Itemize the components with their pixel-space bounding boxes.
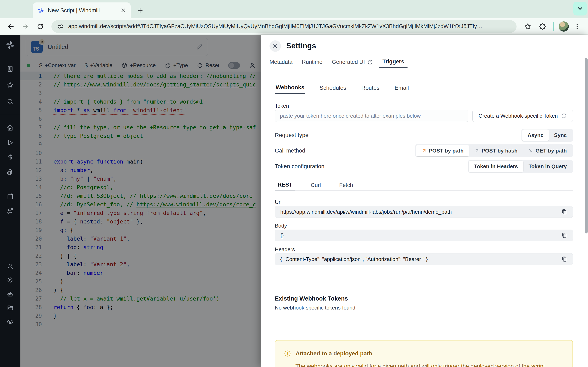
bookmark-star-icon[interactable] — [521, 20, 534, 33]
url-label: Url — [275, 199, 282, 205]
arrow-up-right-icon — [421, 148, 427, 153]
url-text[interactable]: app.windmill.dev/scripts/add#JTdCJTIyaGF… — [68, 23, 483, 30]
body-label: Body — [275, 223, 287, 229]
tab-generated-ui-label: Generated UI — [332, 59, 365, 65]
forward-icon[interactable] — [19, 20, 32, 33]
arrow-down-right-icon — [528, 148, 534, 153]
tab-rest[interactable]: REST — [275, 180, 295, 191]
call-method-post-by-path-label: POST by path — [429, 148, 463, 154]
request-type-sync[interactable]: Sync — [549, 129, 572, 141]
call-method-post-by-path[interactable]: POST by path — [416, 145, 469, 156]
subtab-schedules[interactable]: Schedules — [319, 82, 347, 94]
resources-boxes-icon[interactable] — [7, 168, 14, 175]
search-icon[interactable] — [7, 98, 14, 105]
copy-icon[interactable] — [561, 256, 567, 262]
subtab-webhooks[interactable]: Webhooks — [275, 82, 305, 94]
new-tab-button[interactable] — [135, 5, 145, 16]
address-bar[interactable]: app.windmill.dev/scripts/add#JTdCJTIyaGF… — [52, 20, 517, 33]
runs-play-icon[interactable] — [7, 139, 14, 146]
token-config-row: Token configuration Token in Headers Tok… — [275, 160, 573, 173]
app-frame: TS Untitled $ +Context Var $ — [0, 35, 588, 367]
workspace-building-icon[interactable] — [7, 66, 14, 72]
arrow-up-right-icon — [474, 148, 480, 153]
tab-close-icon[interactable] — [120, 7, 126, 13]
tab-generated-ui[interactable]: Generated UI — [329, 56, 376, 68]
reload-icon[interactable] — [34, 20, 47, 33]
browser-tab-strip: New Script | Windmill — [0, 0, 588, 18]
token-input[interactable] — [275, 110, 468, 122]
copy-icon[interactable] — [561, 209, 567, 215]
subtab-routes[interactable]: Routes — [361, 82, 380, 94]
audit-eye-icon[interactable] — [7, 318, 14, 325]
settings-gear-icon[interactable] — [7, 277, 14, 284]
trigger-sub-tabs: Webhooks Schedules Routes Email — [275, 82, 573, 94]
script-editor: TS Untitled $ +Context Var $ — [20, 35, 261, 367]
body-field[interactable]: {} — [275, 230, 573, 242]
tab-runtime-label: Runtime — [302, 59, 323, 65]
example-tabs: REST Curl Fetch — [275, 180, 573, 191]
sidebar-divider — [0, 114, 20, 114]
url-value: https://app.windmill.dev/api/w/windmill-… — [280, 209, 561, 215]
extensions-puzzle-icon[interactable] — [536, 20, 549, 33]
call-method-label: Call method — [275, 147, 305, 154]
routes-icon[interactable] — [7, 207, 14, 214]
headers-field[interactable]: { "Content-Type": "application/json", "A… — [275, 253, 573, 265]
user-icon[interactable] — [7, 263, 14, 270]
ai-bot-icon[interactable] — [7, 291, 14, 298]
tab-triggers-label: Triggers — [382, 58, 404, 65]
tune-icon[interactable] — [57, 23, 64, 30]
copy-icon[interactable] — [561, 233, 567, 239]
call-method-toggle: POST by path POST by hash GET by path — [415, 144, 573, 157]
tab-metadata-label: Metadata — [269, 59, 293, 65]
settings-tabs: Metadata Runtime Generated UI Triggers — [261, 56, 588, 68]
token-in-query[interactable]: Token in Query — [523, 161, 572, 172]
request-type-async[interactable]: Async — [522, 129, 549, 141]
info-icon — [561, 113, 567, 119]
close-icon[interactable] — [269, 40, 281, 52]
folders-icon[interactable] — [7, 304, 14, 311]
toolbar-divider — [553, 22, 554, 31]
browser-tab[interactable]: New Script | Windmill — [33, 2, 131, 18]
call-method-get-by-path-label: GET by path — [536, 148, 567, 154]
windmill-logo[interactable] — [6, 40, 15, 50]
tab-list-chevron-button[interactable] — [573, 2, 587, 16]
call-method-post-by-hash[interactable]: POST by hash — [469, 145, 523, 156]
tab-triggers[interactable]: Triggers — [379, 56, 407, 68]
token-in-headers[interactable]: Token in Headers — [469, 161, 523, 172]
token-config-toggle: Token in Headers Token in Query — [468, 160, 573, 173]
warning-title: Attached to a deployed path — [296, 350, 372, 357]
call-method-get-by-path[interactable]: GET by path — [523, 145, 572, 156]
variables-dollar-icon[interactable] — [7, 154, 14, 161]
favorites-star-icon[interactable] — [7, 82, 14, 89]
tab-fetch[interactable]: Fetch — [337, 180, 356, 191]
editor-dim-overlay — [20, 35, 261, 367]
token-config-label: Token configuration — [275, 163, 324, 170]
subtab-email[interactable]: Email — [394, 82, 410, 94]
headers-value: { "Content-Type": "application/json", "A… — [280, 256, 561, 262]
menu-dots-icon[interactable] — [571, 20, 584, 33]
alert-icon — [284, 350, 291, 357]
sidebar-divider — [0, 52, 20, 52]
tab-metadata[interactable]: Metadata — [266, 56, 296, 68]
windmill-favicon — [37, 7, 44, 14]
request-type-toggle: Async Sync — [521, 129, 573, 142]
browser-toolbar: app.windmill.dev/scripts/add#JTdCJTIyaGF… — [0, 18, 588, 35]
settings-drawer: Settings Metadata Runtime Generated UI T… — [261, 35, 588, 367]
headers-label: Headers — [275, 246, 295, 253]
schedules-calendar-icon[interactable] — [7, 193, 14, 200]
back-icon[interactable] — [4, 20, 17, 33]
create-webhook-token-label: Create a Webhook-specific Token — [479, 113, 558, 119]
tab-runtime[interactable]: Runtime — [299, 56, 326, 68]
body-value: {} — [280, 233, 561, 239]
url-field[interactable]: https://app.windmill.dev/api/w/windmill-… — [275, 206, 573, 218]
deployed-path-warning: Attached to a deployed path The webhooks… — [275, 340, 573, 367]
create-webhook-token-button[interactable]: Create a Webhook-specific Token — [472, 110, 573, 122]
warning-body: The webhooks are only valid for a given … — [295, 363, 564, 367]
scrollbar-thumb[interactable] — [585, 58, 588, 234]
tab-title: New Script | Windmill — [48, 7, 116, 14]
tab-curl[interactable]: Curl — [308, 180, 324, 191]
request-type-row: Request type Async Sync — [275, 129, 573, 142]
call-method-post-by-hash-label: POST by hash — [482, 148, 518, 154]
profile-avatar[interactable] — [559, 21, 569, 32]
home-icon[interactable] — [7, 124, 14, 131]
